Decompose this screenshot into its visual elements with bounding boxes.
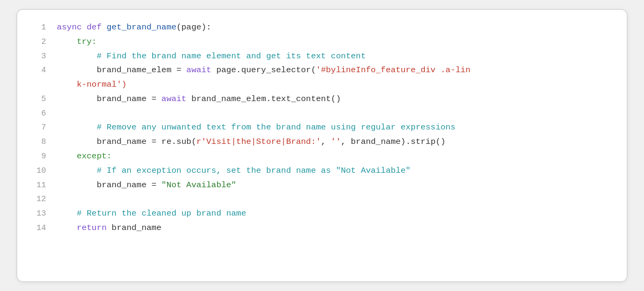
line-number: 2 xyxy=(30,35,46,49)
line-content: brand_name = re.sub(r'Visit|the|Store|Br… xyxy=(57,135,614,149)
code-text xyxy=(57,80,77,89)
code-text: brand_name xyxy=(111,223,161,233)
comment: # If an exception occurs, set the brand … xyxy=(96,166,410,175)
keyword: await xyxy=(186,65,216,75)
line-content: # If an exception occurs, set the brand … xyxy=(57,164,614,178)
line-number: 5 xyxy=(30,93,46,106)
code-text: brand_name_elem.text_content() xyxy=(191,94,341,104)
line-number: 11 xyxy=(30,179,46,193)
code-line-8: 8 brand_name = re.sub(r'Visit|the|Store|… xyxy=(30,135,614,149)
line-number: 13 xyxy=(30,207,46,221)
code-line-1: 1 async def get_brand_name(page): xyxy=(30,20,614,35)
line-number: 14 xyxy=(30,221,46,235)
line-content xyxy=(57,106,614,121)
code-line-3: 3 # Find the brand name element and get … xyxy=(30,49,614,64)
line-content: # Find the brand name element and get it… xyxy=(57,49,614,64)
code-line-6: 6 xyxy=(30,106,614,121)
code-text: page.query_selector( xyxy=(216,65,316,75)
keyword: try: xyxy=(77,37,96,47)
line-number: 7 xyxy=(30,121,46,135)
code-text xyxy=(57,223,77,233)
code-line-4b: k-normal') xyxy=(30,78,614,92)
code-text: brand_name_elem = xyxy=(57,65,186,75)
line-number: 4 xyxy=(30,64,46,78)
line-number: 6 xyxy=(30,107,46,121)
code-line-9: 9 except: xyxy=(30,149,614,164)
line-content: # Remove any unwanted text from the bran… xyxy=(57,120,614,135)
string-literal: '' xyxy=(331,137,341,147)
line-content: brand_name = "Not Available" xyxy=(57,178,614,193)
line-number: 8 xyxy=(30,135,46,149)
string-literal: '#bylineInfo_feature_div .a-lin xyxy=(316,65,470,75)
line-number: 1 xyxy=(30,21,46,35)
code-line-2: 2 try: xyxy=(30,35,614,49)
string-literal: r'Visit|the|Store|Brand:' xyxy=(196,137,321,147)
code-text: (page): xyxy=(176,22,211,32)
keyword: def xyxy=(87,22,107,32)
code-text xyxy=(57,209,77,218)
code-text xyxy=(57,151,77,161)
code-text: brand_name = xyxy=(57,180,161,190)
code-text: brand_name = re.sub( xyxy=(57,137,196,147)
line-content: except: xyxy=(57,149,614,164)
line-content: return brand_name xyxy=(57,221,614,235)
line-number: 10 xyxy=(30,164,46,178)
code-text xyxy=(57,51,96,61)
string-literal: k-normal') xyxy=(77,80,126,89)
code-container: 1 async def get_brand_name(page): 2 try:… xyxy=(17,9,627,282)
keyword: return xyxy=(77,223,111,233)
code-text xyxy=(57,37,77,47)
function-name: get_brand_name xyxy=(107,22,176,32)
line-number: 9 xyxy=(30,150,46,164)
line-content: # Return the cleaned up brand name xyxy=(57,206,614,221)
line-content: k-normal') xyxy=(57,78,614,92)
code-text: , xyxy=(321,137,331,147)
code-text xyxy=(57,122,96,132)
code-text xyxy=(57,166,96,175)
code-text: brand_name = xyxy=(57,94,161,104)
line-content: brand_name = await brand_name_elem.text_… xyxy=(57,92,614,106)
comment: # Find the brand name element and get it… xyxy=(96,51,365,61)
line-content: brand_name_elem = await page.query_selec… xyxy=(57,63,614,78)
code-line-10: 10 # If an exception occurs, set the bra… xyxy=(30,164,614,178)
code-line-7: 7 # Remove any unwanted text from the br… xyxy=(30,120,614,135)
line-content: async def get_brand_name(page): xyxy=(57,20,614,35)
code-line-12: 12 xyxy=(30,192,614,206)
string-literal: "Not Available" xyxy=(161,180,236,190)
line-content xyxy=(57,192,614,206)
comment: # Return the cleaned up brand name xyxy=(77,209,246,218)
keyword: await xyxy=(161,94,191,104)
code-line-13: 13 # Return the cleaned up brand name xyxy=(30,206,614,221)
code-line-4: 4 brand_name_elem = await page.query_sel… xyxy=(30,63,614,78)
code-block: 1 async def get_brand_name(page): 2 try:… xyxy=(30,20,614,235)
code-line-14: 14 return brand_name xyxy=(30,221,614,235)
line-number: 3 xyxy=(30,50,46,64)
code-line-11: 11 brand_name = "Not Available" xyxy=(30,178,614,193)
keyword: except: xyxy=(77,151,111,161)
line-content: try: xyxy=(57,35,614,49)
keyword: async xyxy=(57,22,87,32)
code-line-5: 5 brand_name = await brand_name_elem.tex… xyxy=(30,92,614,106)
comment: # Remove any unwanted text from the bran… xyxy=(96,122,455,132)
code-text: , brand_name).strip() xyxy=(341,137,445,147)
line-number: 12 xyxy=(30,193,46,206)
